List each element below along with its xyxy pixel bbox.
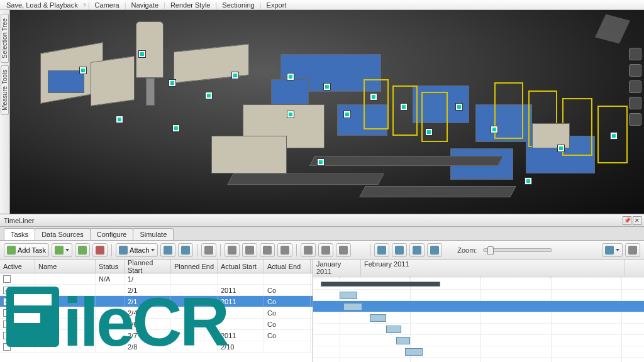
active-checkbox[interactable]	[3, 343, 11, 351]
outdent-button[interactable]	[277, 243, 292, 257]
viewport-3d[interactable]	[10, 10, 644, 214]
move-up-button[interactable]	[225, 243, 240, 257]
table-row[interactable]: ✓2/12011Co	[0, 296, 313, 307]
viewpoint-tag-icon[interactable]	[169, 79, 176, 87]
attach-sel-button[interactable]	[160, 243, 175, 257]
viewpoint-tag-icon[interactable]	[287, 73, 294, 80]
active-checkbox[interactable]	[3, 309, 11, 317]
panel-close-icon[interactable]: ✕	[633, 216, 641, 225]
view-actual-button[interactable]	[409, 243, 425, 257]
tab-measure-tools[interactable]: Measure Tools	[1, 65, 9, 115]
viewpoint-tag-icon[interactable]	[323, 83, 331, 90]
gantt-body[interactable]	[313, 278, 644, 362]
active-checkbox[interactable]	[3, 332, 11, 339]
menu-camera[interactable]: Camera	[91, 1, 123, 9]
columns-button[interactable]	[301, 243, 316, 257]
move-down-button[interactable]	[242, 243, 257, 257]
gantt-row[interactable]	[313, 324, 644, 335]
gantt-row[interactable]	[313, 290, 644, 301]
gantt-bar[interactable]	[340, 292, 357, 299]
active-checkbox[interactable]	[3, 275, 11, 283]
table-row[interactable]: 2/82/10	[0, 341, 313, 353]
find-button[interactable]	[201, 243, 216, 257]
viewpoint-tag-icon[interactable]	[79, 67, 87, 74]
gantt-bar[interactable]	[396, 337, 410, 344]
col-actual-end[interactable]: Actual End	[264, 260, 311, 273]
panel-pin-icon[interactable]: 📌	[623, 216, 631, 225]
tab-selection-tree[interactable]: Selection Tree	[1, 14, 9, 63]
gantt-row[interactable]	[313, 301, 644, 312]
filter-button[interactable]	[318, 243, 333, 257]
export-button[interactable]	[602, 243, 623, 257]
timeliner-panel: TimeLiner 📌 ✕ TasksData SourcesConfigure…	[0, 214, 644, 362]
col-actual-start[interactable]: Actual Start	[218, 260, 264, 273]
viewpoint-tag-icon[interactable]	[317, 158, 325, 166]
app-root: Save, Load & Playback ▾| Camera| Navigat…	[0, 0, 644, 362]
col-active[interactable]: Active	[0, 260, 35, 273]
viewpoint-tag-icon[interactable]	[525, 177, 532, 185]
zoom-slider[interactable]	[483, 248, 552, 252]
table-row[interactable]: 2/4Co	[0, 307, 313, 319]
gantt-row[interactable]	[313, 278, 644, 290]
gantt-row[interactable]	[313, 312, 644, 324]
view-gantt-button[interactable]	[374, 243, 389, 257]
col-status[interactable]: Status	[96, 260, 125, 273]
viewpoint-tag-icon[interactable]	[287, 111, 294, 118]
menu-save-load[interactable]: Save, Load & Playback	[3, 1, 82, 9]
indent-button[interactable]	[260, 243, 275, 257]
viewpoint-tag-icon[interactable]	[491, 126, 498, 133]
clear-attach-button[interactable]	[178, 243, 193, 257]
gantt-bar[interactable]	[386, 326, 401, 333]
attach-button[interactable]: Attach	[116, 243, 158, 257]
viewpoint-tag-icon[interactable]	[138, 50, 146, 58]
viewpoint-tag-icon[interactable]	[116, 116, 123, 123]
main-area: Selection Tree Measure Tools	[0, 10, 644, 214]
tab-tasks[interactable]: Tasks	[4, 228, 35, 240]
gantt-month: January 2011	[313, 260, 361, 276]
add-task-button[interactable]: Add Task	[4, 243, 49, 257]
viewpoint-tag-icon[interactable]	[231, 72, 239, 79]
active-checkbox[interactable]: ✓	[3, 287, 11, 294]
active-checkbox[interactable]: ✓	[3, 298, 11, 305]
delete-task-button[interactable]	[92, 243, 108, 257]
settings-button[interactable]	[625, 243, 640, 257]
secondary-menubar: Save, Load & Playback ▾| Camera| Navigat…	[0, 0, 644, 10]
tab-data-sources[interactable]: Data Sources	[35, 228, 91, 240]
viewpoint-tag-icon[interactable]	[557, 145, 565, 152]
gantt-row[interactable]	[313, 335, 644, 346]
tab-configure[interactable]: Configure	[90, 228, 134, 240]
col-name[interactable]: Name	[35, 260, 96, 273]
gantt-row[interactable]	[313, 346, 644, 358]
menu-navigate[interactable]: Navigate	[128, 1, 162, 9]
tab-simulate[interactable]: Simulate	[133, 228, 174, 240]
active-checkbox[interactable]	[3, 321, 11, 328]
viewpoint-tag-icon[interactable]	[455, 103, 463, 111]
table-row[interactable]: N/A1/	[0, 273, 313, 285]
table-row[interactable]: 2/6Co	[0, 319, 313, 330]
viewpoint-tag-icon[interactable]	[172, 124, 180, 132]
viewpoint-tag-icon[interactable]	[205, 92, 213, 99]
menu-sectioning[interactable]: Sectioning	[218, 1, 258, 9]
insert-task-button[interactable]	[52, 243, 72, 257]
viewpoint-tag-icon[interactable]	[425, 128, 433, 136]
menu-export[interactable]: Export	[263, 1, 291, 9]
viewpoint-tag-icon[interactable]	[400, 103, 408, 111]
viewpoint-tag-icon[interactable]	[343, 111, 351, 118]
table-row[interactable]: ✓L2/12011Co	[0, 285, 313, 296]
gantt-bar[interactable]	[321, 282, 440, 287]
col-planned-end[interactable]: Planned End	[171, 260, 218, 273]
gantt-bar[interactable]	[405, 348, 423, 356]
view-combined-button[interactable]	[427, 243, 442, 257]
viewpoint-tag-icon[interactable]	[610, 132, 618, 140]
viewpoint-tag-icon[interactable]	[370, 93, 377, 101]
table-row[interactable]: 2/72011Co	[0, 330, 313, 341]
panel-titlebar[interactable]: TimeLiner 📌 ✕	[0, 214, 644, 227]
zoom-thumb[interactable]	[487, 246, 494, 255]
auto-add-button[interactable]	[75, 243, 90, 257]
gantt-bar[interactable]	[343, 303, 362, 310]
col-planned-start[interactable]: Planned Start	[125, 260, 171, 273]
gantt-bar[interactable]	[370, 314, 386, 322]
menu-render-style[interactable]: Render Style	[167, 1, 214, 9]
view-planned-button[interactable]	[392, 243, 407, 257]
rules-button[interactable]	[336, 243, 351, 257]
